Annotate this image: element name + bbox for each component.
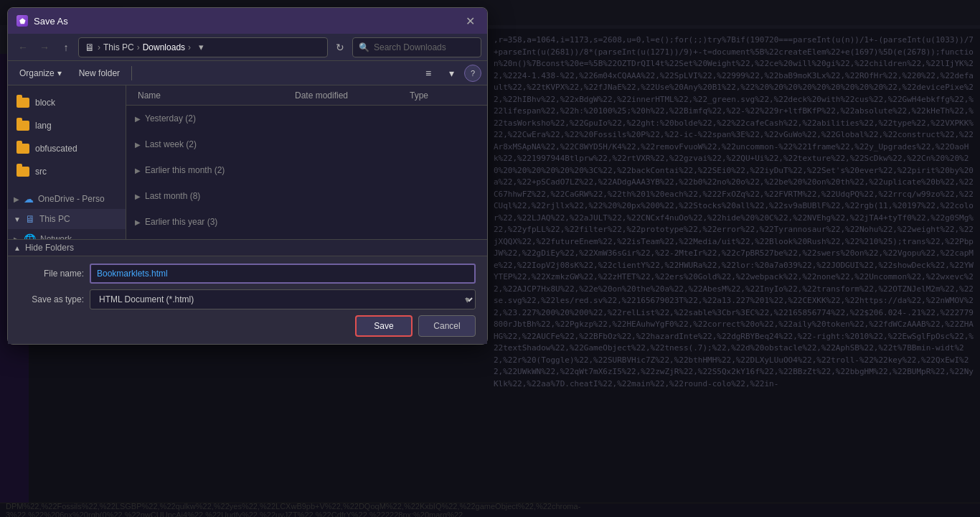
savetype-select-wrap: HTML Document (*.html) [90,289,476,309]
sidebar-item-onedrive[interactable]: ▶ ☁ OneDrive - Perso [8,189,126,209]
breadcrumb-bar: 🖥 › This PC › Downloads › ▾ [78,37,328,57]
view-toggle-button[interactable]: ≡ [418,65,438,82]
organize-button[interactable]: Organize ▾ [14,65,67,82]
sidebar-item-block[interactable]: block [8,91,126,114]
search-box: 🔍 Search Downloads [352,37,481,57]
file-group-lastweek: ▶ Last week (2) [126,131,487,157]
file-group-header-lastmonth[interactable]: ▶ Last month (8) [126,186,487,206]
file-group-header-lastweek[interactable]: ▶ Last week (2) [126,134,487,154]
dialog-title-text: Save As [34,16,68,27]
col-date-header[interactable]: Date modified [295,90,410,101]
sidebar-item-obfuscated[interactable]: obfuscated [8,137,126,160]
organize-label: Organize [19,68,55,78]
col-type-header[interactable]: Type [410,90,481,101]
toolbar-separator [131,66,132,80]
group-chevron-lastweek: ▶ [135,141,141,149]
dialog-navbar: ← → ↑ 🖥 › This PC › Downloads › ▾ ↻ 🔍 Se… [8,34,487,61]
savetype-label: Save as type: [19,294,84,304]
hide-folders-chevron-icon: ▲ [14,244,21,252]
dialog-bottom: File name: Save as type: HTML Document (… [8,256,487,344]
new-folder-button[interactable]: New folder [73,65,126,82]
savetype-row: Save as type: HTML Document (*.html) [19,289,476,309]
file-list-header: Name Date modified Type [126,85,487,106]
organize-chevron-icon: ▾ [57,68,62,78]
sidebar-item-this-pc-label: This PC [39,214,70,224]
dialog-toolbar: Organize ▾ New folder ≡ ▾ ? [8,61,487,85]
dialog-close-button[interactable]: ✕ [461,12,479,29]
sidebar: block lang obfuscated src [8,85,126,239]
filename-input[interactable] [90,264,476,284]
chevron-right-icon: ▶ [14,195,19,203]
dialog-title-icon: ⬟ [17,15,28,27]
sidebar-item-src-label: src [35,167,47,177]
nav-forward-button[interactable]: → [35,38,54,57]
cancel-button[interactable]: Cancel [418,315,476,337]
filename-label: File name: [19,269,84,279]
nav-up-button[interactable]: ↑ [57,38,75,57]
dialog-buttons: Save Cancel [19,315,476,337]
file-group-earlier-year: ▶ Earlier this year (3) [126,209,487,235]
group-label-lastweek: Last week (2) [145,139,197,149]
file-group-header-yesterday[interactable]: ▶ Yesterday (2) [126,108,487,129]
onedrive-cloud-icon: ☁ [24,193,34,205]
nav-back-button[interactable]: ← [14,38,32,57]
dialog-title-area: ⬟ Save As [17,15,68,27]
folder-icon-obfuscated [17,142,29,155]
file-group-yesterday: ▶ Yesterday (2) [126,106,487,131]
dialog-titlebar: ⬟ Save As ✕ [8,8,487,34]
save-as-dialog: ⬟ Save As ✕ ← → ↑ 🖥 › This PC › Download… [7,7,488,345]
toolbar-right: ≡ ▾ ? [418,65,481,82]
group-label-lastmonth: Last month (8) [145,191,200,201]
folder-icon-block [17,96,29,109]
hide-folders-bar[interactable]: ▲ Hide Folders [8,239,487,256]
sidebar-item-network-label: Network [40,234,72,239]
search-placeholder: Search Downloads [374,42,446,52]
col-name-header[interactable]: Name [132,90,295,101]
breadcrumb-this-pc[interactable]: This PC [103,42,134,52]
sidebar-item-network[interactable]: ▶ 🌐 Network [8,229,126,239]
group-chevron-earlier-month: ▶ [135,167,141,174]
group-label-yesterday: Yesterday (2) [145,113,196,124]
group-label-earlier-year: Earlier this year (3) [145,217,217,227]
network-icon: 🌐 [24,233,36,239]
sidebar-item-this-pc[interactable]: ▼ 🖥 This PC [8,209,126,229]
this-pc-icon: 🖥 [25,213,35,225]
file-group-lastmonth: ▶ Last month (8) [126,183,487,209]
group-chevron-lastmonth: ▶ [135,192,141,200]
file-group-earlier-month: ▶ Earlier this month (2) [126,157,487,183]
hide-folders-label: Hide Folders [25,243,74,253]
folder-icon-lang [17,119,29,132]
refresh-button[interactable]: ↻ [331,38,349,57]
group-chevron-earlier-year: ▶ [135,218,141,226]
sidebar-item-obfuscated-label: obfuscated [35,144,77,154]
sidebar-item-src[interactable]: src [8,160,126,183]
file-group-header-earlier-year[interactable]: ▶ Earlier this year (3) [126,212,487,232]
help-button[interactable]: ? [464,65,481,82]
chevron-down-icon: ▼ [14,215,21,223]
filename-row: File name: [19,264,476,284]
savetype-select[interactable]: HTML Document (*.html) [90,289,476,309]
group-label-earlier-month: Earlier this month (2) [145,165,225,175]
sidebar-item-onedrive-label: OneDrive - Perso [38,194,105,204]
file-group-header-earlier-month[interactable]: ▶ Earlier this month (2) [126,160,487,180]
save-button[interactable]: Save [355,315,413,337]
file-list: Name Date modified Type ▶ Yesterday (2) … [126,85,487,239]
new-folder-label: New folder [79,68,120,78]
sidebar-item-block-label: block [35,98,55,108]
dialog-content: block lang obfuscated src [8,85,487,239]
sidebar-item-lang-label: lang [35,121,52,131]
search-icon: 🔍 [359,42,369,52]
sidebar-item-lang[interactable]: lang [8,114,126,137]
group-chevron-yesterday: ▶ [135,115,141,123]
breadcrumb-downloads[interactable]: Downloads [143,42,185,52]
breadcrumb-dropdown-button[interactable]: ▾ [194,40,208,55]
breadcrumb-folder-icon: 🖥 [85,42,95,53]
folder-icon-src [17,165,29,178]
view-dropdown-button[interactable]: ▾ [441,65,461,82]
